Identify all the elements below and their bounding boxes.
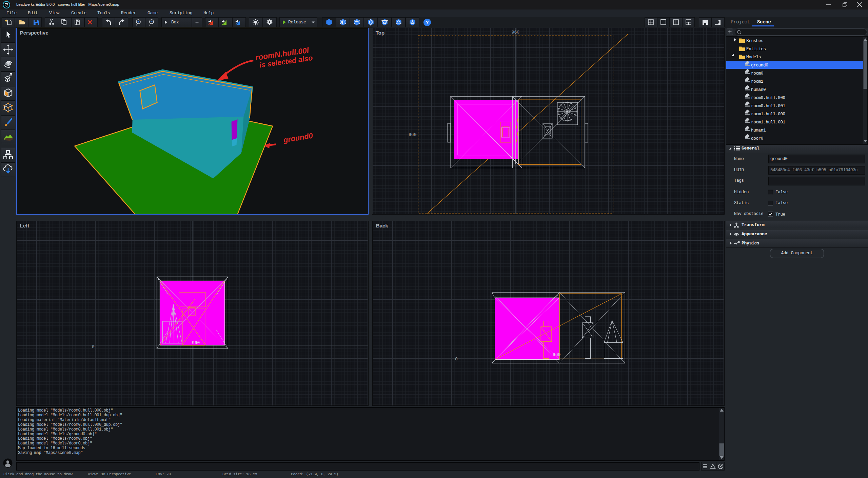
svg-text:room1.hull.000: room1.hull.000 [751,112,785,117]
svg-text:ground0: ground0 [751,63,768,68]
svg-text:human0: human0 [751,87,766,92]
svg-text:Brushes: Brushes [746,39,763,43]
svg-text:960: 960 [409,132,416,137]
svg-text:Perspective: Perspective [20,30,48,36]
svg-text:room0: room0 [751,71,763,76]
svg-text:Top: Top [376,30,384,36]
svg-text:door0: door0 [751,136,763,141]
svg-text:?: ? [426,20,429,25]
svg-text:0: 0 [92,344,95,350]
svg-text:Left: Left [20,223,29,228]
svg-text:room0.hull.001: room0.hull.001 [751,104,785,108]
svg-text:Models: Models [746,55,761,60]
svg-text:room0.hull.000: room0.hull.000 [751,96,785,100]
svg-text:room1: room1 [751,79,763,84]
svg-text:960: 960 [512,30,519,35]
svg-text:960: 960 [192,340,200,345]
svg-text:0: 0 [455,357,458,362]
svg-text:Back: Back [376,223,388,228]
svg-text:room1.hull.001: room1.hull.001 [751,120,785,125]
svg-text:Entities: Entities [746,47,766,52]
svg-text:960: 960 [553,352,560,357]
svg-text:human1: human1 [751,128,766,133]
